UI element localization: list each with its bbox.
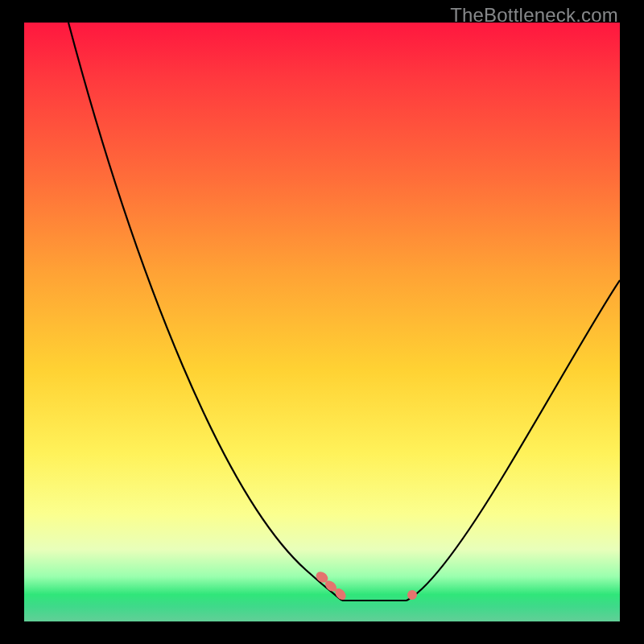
curve-group	[68, 23, 620, 601]
watermark-text: TheBottleneck.com	[450, 4, 618, 27]
curve-left	[68, 23, 342, 601]
chart-svg	[24, 23, 620, 621]
curve-right	[407, 280, 620, 601]
chart-frame: TheBottleneck.com	[0, 0, 644, 644]
data-marker-4	[407, 590, 417, 600]
chart-plot-area	[24, 23, 620, 621]
